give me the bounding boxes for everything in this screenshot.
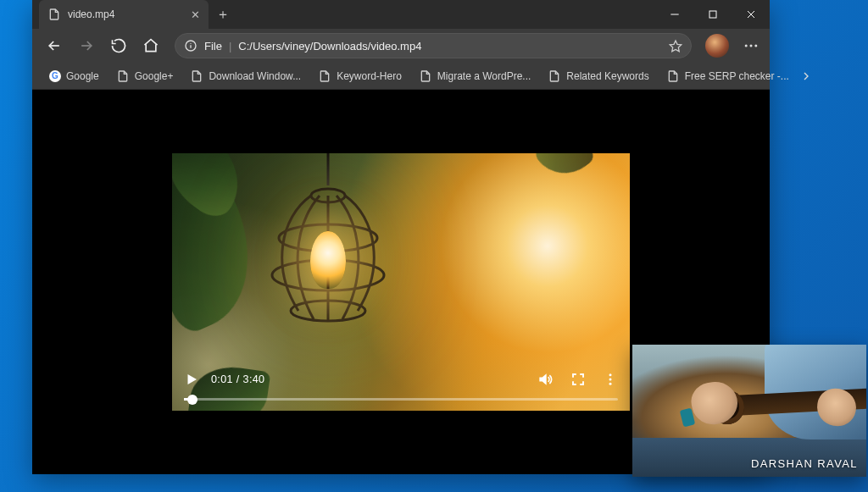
svg-rect-1 [709, 11, 716, 18]
decor-leaf [531, 153, 596, 187]
bookmark-item[interactable]: Related Keywords [541, 66, 655, 86]
page-icon [548, 69, 561, 83]
svg-point-10 [754, 45, 757, 47]
forward-button[interactable] [73, 32, 100, 59]
bookmark-label: Google+ [135, 70, 174, 82]
new-tab-button[interactable]: ＋ [209, 0, 237, 29]
file-icon [47, 8, 61, 21]
profile-avatar[interactable] [705, 34, 729, 58]
close-tab-icon[interactable]: ✕ [191, 8, 200, 21]
toolbar: File | C:/Users/viney/Downloads/video.mp… [32, 29, 770, 63]
app-menu-button[interactable] [737, 32, 765, 59]
page-icon [666, 69, 680, 83]
video-controls: 0:01 / 3:40 [172, 364, 630, 411]
address-scheme-label: File [204, 40, 222, 53]
lamp-cord [326, 153, 329, 185]
page-icon [318, 69, 331, 83]
bookmark-item[interactable]: G Google [42, 67, 106, 86]
home-button[interactable] [137, 32, 164, 59]
pip-window[interactable]: DARSHAN RAVAL [632, 345, 866, 477]
refresh-button[interactable] [105, 32, 132, 59]
info-icon [184, 39, 198, 53]
fullscreen-button[interactable] [570, 372, 586, 387]
bookmark-label: Google [66, 70, 99, 82]
bookmark-item[interactable]: Keyword-Hero [311, 66, 409, 86]
bookmark-item[interactable]: Download Window... [183, 66, 308, 86]
tab-title: video.mp4 [68, 8, 114, 20]
bookmark-label: Keyword-Hero [337, 70, 402, 82]
page-icon [190, 69, 203, 83]
svg-point-9 [750, 45, 753, 47]
svg-point-18 [609, 383, 612, 385]
svg-marker-15 [188, 374, 198, 384]
video-player[interactable]: 0:01 / 3:40 [172, 153, 630, 411]
address-bar[interactable]: File | C:/Users/viney/Downloads/video.mp… [175, 33, 692, 58]
bookmark-label: Migrate a WordPre... [437, 70, 531, 82]
bookmark-label: Related Keywords [566, 70, 648, 82]
svg-point-17 [609, 379, 612, 381]
pip-frame: DARSHAN RAVAL [632, 345, 866, 477]
more-options-button[interactable] [603, 372, 618, 387]
bookmarks-overflow-button[interactable] [799, 69, 813, 83]
bookmark-item[interactable]: Free SERP checker -... [659, 66, 796, 86]
time-display: 0:01 / 3:40 [211, 373, 264, 385]
pip-caption: DARSHAN RAVAL [751, 457, 858, 470]
address-path: C:/Users/viney/Downloads/video.mp4 [238, 40, 421, 53]
bookmark-label: Free SERP checker -... [685, 70, 789, 82]
window-controls [655, 0, 770, 29]
svg-point-16 [609, 373, 612, 376]
bookmarks-bar: G Google Google+ Download Window... Keyw… [32, 63, 770, 90]
svg-point-6 [190, 43, 191, 44]
volume-button[interactable] [537, 371, 554, 388]
close-window-button[interactable] [732, 0, 770, 29]
maximize-button[interactable] [693, 0, 732, 29]
page-icon [419, 69, 432, 83]
progress-bar[interactable] [184, 398, 618, 401]
page-icon [116, 69, 130, 83]
svg-point-8 [745, 45, 748, 47]
tab-active[interactable]: video.mp4 ✕ [39, 0, 209, 29]
favorite-icon[interactable] [669, 39, 682, 53]
google-icon: G [49, 70, 61, 82]
back-button[interactable] [41, 32, 68, 59]
svg-marker-7 [670, 41, 681, 52]
play-button[interactable] [184, 372, 199, 387]
minimize-button[interactable] [655, 0, 693, 29]
bookmark-item[interactable]: Google+ [109, 66, 181, 86]
bookmark-label: Download Window... [209, 70, 301, 82]
tab-strip: video.mp4 ✕ ＋ [32, 0, 770, 29]
address-separator: | [229, 40, 231, 53]
lamp-bulb [310, 231, 346, 289]
bookmark-item[interactable]: Migrate a WordPre... [412, 66, 537, 86]
progress-thumb[interactable] [187, 395, 198, 405]
